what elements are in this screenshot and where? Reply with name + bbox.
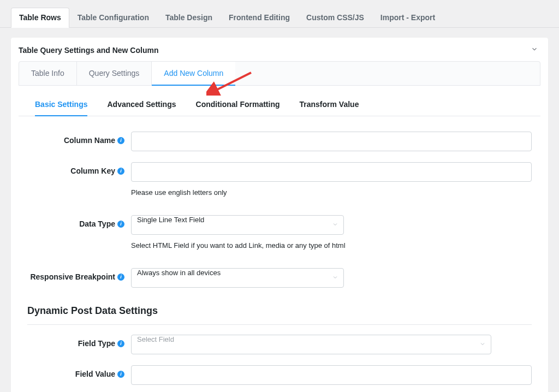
control-field-value: [131, 365, 532, 385]
data-type-select[interactable]: Single Line Text Field: [131, 215, 344, 235]
form-basic-settings: Column Name i Column Key i Please use en…: [11, 116, 548, 293]
info-icon[interactable]: i: [117, 340, 124, 347]
panel-header: Table Query Settings and New Column: [11, 38, 548, 61]
inner-tab-table-info[interactable]: Table Info: [19, 62, 77, 85]
row-field-value: Field Value i: [27, 360, 532, 390]
sub-tab-basic-settings[interactable]: Basic Settings: [35, 100, 87, 116]
inner-tab-add-new-column[interactable]: Add New Column: [152, 62, 235, 86]
top-tabs: Table Rows Table Configuration Table Des…: [0, 0, 559, 28]
sub-tab-transform-value[interactable]: Transform Value: [300, 100, 359, 116]
field-type-select[interactable]: Select Field: [131, 335, 491, 354]
label-column-name: Column Name i: [27, 132, 131, 145]
inner-tabs: Table Info Query Settings Add New Column: [19, 61, 540, 86]
info-icon[interactable]: i: [117, 371, 124, 378]
panel-title: Table Query Settings and New Column: [19, 46, 158, 55]
panel-table-query-settings: Table Query Settings and New Column Tabl…: [11, 38, 548, 392]
label-responsive-breakpoint: Responsive Breakpoint i: [27, 268, 131, 281]
tab-table-configuration[interactable]: Table Configuration: [69, 8, 157, 27]
row-field-type: Field Type i Select Field: [27, 329, 532, 360]
collapse-toggle[interactable]: [531, 45, 538, 55]
content-wrap: Table Query Settings and New Column Tabl…: [0, 28, 559, 392]
field-value-input[interactable]: [131, 365, 532, 385]
tab-table-rows[interactable]: Table Rows: [11, 8, 69, 28]
sub-tab-advanced-settings[interactable]: Advanced Settings: [107, 100, 176, 116]
tab-custom-css-js[interactable]: Custom CSS/JS: [298, 8, 372, 27]
column-name-input[interactable]: [131, 132, 532, 151]
data-type-helper: Select HTML Field if you want to add Lin…: [131, 241, 532, 250]
info-icon[interactable]: i: [117, 274, 124, 281]
row-data-type: Data Type i Single Line Text Field Selec…: [27, 202, 532, 255]
control-column-key: Please use english letters only: [131, 162, 532, 197]
sub-tabs: Basic Settings Advanced Settings Conditi…: [19, 100, 540, 116]
control-responsive-breakpoint: Always show in all devices: [131, 268, 532, 288]
sub-tab-conditional-formatting[interactable]: Conditional Formatting: [196, 100, 280, 116]
column-key-input[interactable]: [131, 162, 532, 182]
label-field-value: Field Value i: [27, 365, 131, 378]
tab-frontend-editing[interactable]: Frontend Editing: [221, 8, 298, 27]
label-column-name-text: Column Name: [64, 136, 115, 145]
inner-tab-query-settings[interactable]: Query Settings: [77, 62, 152, 85]
field-type-select-wrap: Select Field: [131, 335, 491, 354]
row-column-key: Column Key i Please use english letters …: [27, 157, 532, 202]
label-column-key-text: Column Key: [70, 167, 115, 175]
label-data-type: Data Type i: [27, 215, 131, 228]
tab-import-export[interactable]: Import - Export: [372, 8, 443, 27]
chevron-down-icon: [531, 45, 538, 53]
form-dynamic-post-data: Field Type i Select Field Field Value: [11, 325, 548, 390]
control-field-type: Select Field: [131, 335, 532, 354]
dynamic-section-heading: Dynamic Post Data Settings: [11, 293, 548, 324]
tab-table-design[interactable]: Table Design: [157, 8, 221, 27]
label-field-type-text: Field Type: [78, 339, 115, 348]
row-column-name: Column Name i: [27, 126, 532, 157]
column-key-helper: Please use english letters only: [131, 188, 532, 197]
label-data-type-text: Data Type: [79, 219, 115, 228]
label-column-key: Column Key i: [27, 162, 131, 175]
breakpoint-select[interactable]: Always show in all devices: [131, 268, 344, 288]
data-type-select-wrap: Single Line Text Field: [131, 215, 344, 235]
control-column-name: [131, 132, 532, 151]
row-responsive-breakpoint: Responsive Breakpoint i Always show in a…: [27, 255, 532, 293]
label-field-type: Field Type i: [27, 335, 131, 348]
label-responsive-breakpoint-text: Responsive Breakpoint: [30, 272, 115, 281]
breakpoint-select-wrap: Always show in all devices: [131, 268, 344, 288]
info-icon[interactable]: i: [117, 168, 124, 175]
label-field-value-text: Field Value: [75, 370, 115, 378]
info-icon[interactable]: i: [117, 221, 124, 228]
info-icon[interactable]: i: [117, 137, 124, 144]
control-data-type: Single Line Text Field Select HTML Field…: [131, 215, 532, 250]
